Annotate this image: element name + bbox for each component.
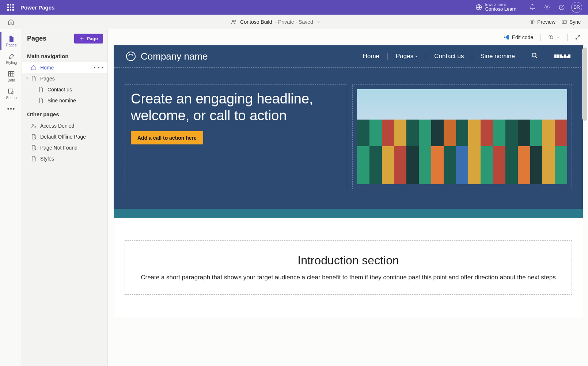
eye-icon bbox=[529, 19, 535, 25]
svg-point-14 bbox=[532, 53, 536, 57]
nav-link-contact[interactable]: Contact us bbox=[426, 53, 472, 60]
site-title-block[interactable]: Contoso Build - Private - Saved bbox=[22, 19, 529, 25]
gear-icon bbox=[544, 4, 550, 11]
hero-section[interactable]: Create an engaging headline, welcome, or… bbox=[114, 67, 583, 209]
nav-search-button[interactable] bbox=[523, 52, 546, 60]
environment-icon bbox=[475, 4, 482, 11]
tree-item-offline-page[interactable]: Default Offline Page bbox=[22, 131, 107, 142]
gear-small-icon bbox=[8, 88, 15, 95]
hero-headline[interactable]: Create an engaging headline, welcome, or… bbox=[131, 91, 341, 124]
access-denied-icon bbox=[31, 123, 37, 129]
divider bbox=[567, 34, 568, 41]
help-button[interactable] bbox=[554, 0, 569, 15]
tree-item-pages[interactable]: Pages bbox=[22, 73, 107, 84]
ellipsis-icon: ••• bbox=[7, 106, 16, 112]
canvas-toolbar: Edit code bbox=[108, 29, 588, 45]
cta-button[interactable]: Add a call to action here bbox=[131, 131, 203, 144]
sync-button[interactable]: Sync bbox=[561, 19, 581, 25]
section-main-nav-title: Main navigation bbox=[22, 48, 107, 62]
sub-header: Contoso Build - Private - Saved Preview … bbox=[0, 15, 588, 29]
user-avatar[interactable]: DR bbox=[571, 2, 582, 13]
add-page-button[interactable]: Page bbox=[74, 34, 103, 44]
site-preview: Company name Home Pages Contact us Sine … bbox=[114, 45, 583, 317]
left-rail: Pages Styling Data Set up ••• bbox=[0, 29, 22, 366]
divider bbox=[540, 34, 541, 41]
site-status: - Private - Saved bbox=[275, 19, 313, 25]
hero-placeholder-image[interactable] bbox=[357, 89, 567, 184]
app-name: Power Pages bbox=[20, 4, 54, 11]
chevron-down-icon bbox=[316, 20, 320, 24]
edit-code-button[interactable]: Edit code bbox=[501, 33, 535, 42]
site-nav: Company name Home Pages Contact us Sine … bbox=[114, 45, 583, 67]
table-icon bbox=[8, 70, 15, 78]
people-icon bbox=[231, 19, 237, 25]
tree-item-access-denied[interactable]: Access Denied bbox=[22, 120, 107, 131]
tree-item-contact-us[interactable]: Contact us bbox=[22, 84, 107, 95]
main-nav-tree: Home • • • Pages Contact us Sine nomine bbox=[22, 62, 107, 106]
tree-item-sine-nomine[interactable]: Sine nomine bbox=[22, 95, 107, 106]
page-icon bbox=[8, 35, 15, 42]
intro-box[interactable]: Introduction section Create a short para… bbox=[125, 240, 572, 295]
sync-icon bbox=[561, 19, 567, 25]
section-other-title: Other pages bbox=[22, 106, 107, 120]
tree-item-styles[interactable]: Styles bbox=[22, 153, 107, 164]
nav-link-sine[interactable]: Sine nomine bbox=[472, 53, 523, 60]
bell-icon bbox=[529, 4, 536, 11]
zoom-icon bbox=[548, 34, 554, 40]
page-icon bbox=[31, 76, 37, 82]
rail-more[interactable]: ••• bbox=[0, 102, 22, 116]
pages-panel: Pages Page Main navigation Home • • • Pa… bbox=[22, 29, 108, 366]
tree-item-not-found[interactable]: Page Not Found bbox=[22, 142, 107, 153]
svg-point-4 bbox=[235, 20, 236, 22]
top-bar: Power Pages Environment Contoso Learn DR bbox=[0, 0, 588, 15]
settings-button[interactable] bbox=[540, 0, 554, 15]
preview-button[interactable]: Preview bbox=[529, 19, 555, 25]
company-name[interactable]: Company name bbox=[141, 51, 208, 62]
zoom-button[interactable] bbox=[546, 33, 562, 42]
intro-body[interactable]: Create a short paragraph that shows your… bbox=[140, 274, 557, 281]
canvas: Edit code Company name Home bbox=[108, 29, 588, 366]
rail-data[interactable]: Data bbox=[0, 67, 22, 85]
environment-picker[interactable]: Environment Contoso Learn bbox=[475, 3, 516, 12]
brush-icon bbox=[8, 53, 15, 60]
intro-section[interactable]: Introduction section Create a short para… bbox=[114, 218, 583, 317]
page-icon bbox=[31, 156, 37, 162]
expand-icon bbox=[575, 34, 581, 40]
preview-scroll[interactable]: Company name Home Pages Contact us Sine … bbox=[108, 45, 588, 366]
notifications-button[interactable] bbox=[525, 0, 540, 15]
tree-item-home[interactable]: Home • • • bbox=[22, 62, 107, 73]
site-logo-icon[interactable] bbox=[126, 52, 136, 61]
svg-point-5 bbox=[531, 21, 533, 23]
home-icon bbox=[31, 65, 37, 71]
hero-text-column[interactable]: Create an engaging headline, welcome, or… bbox=[125, 84, 347, 189]
svg-point-1 bbox=[546, 7, 548, 8]
rail-styling[interactable]: Styling bbox=[0, 50, 22, 67]
home-icon bbox=[8, 19, 14, 25]
environment-label: Environment bbox=[485, 3, 516, 7]
site-name: Contoso Build bbox=[240, 19, 272, 25]
caret-down-icon bbox=[415, 55, 418, 58]
page-warn-icon bbox=[31, 134, 37, 140]
hero-image-column[interactable] bbox=[352, 84, 572, 189]
vertical-scrollbar[interactable] bbox=[582, 48, 587, 121]
search-icon bbox=[531, 52, 538, 59]
nav-link-home[interactable]: Home bbox=[355, 53, 388, 60]
vscode-icon bbox=[503, 34, 510, 41]
chevron-right-icon[interactable] bbox=[25, 76, 30, 82]
nav-decorative-blocks bbox=[546, 54, 570, 58]
plus-icon bbox=[79, 36, 84, 41]
rail-pages[interactable]: Pages bbox=[0, 32, 22, 50]
page-icon bbox=[38, 87, 44, 93]
svg-rect-6 bbox=[562, 20, 566, 23]
panel-title: Pages bbox=[27, 35, 46, 42]
nav-link-pages[interactable]: Pages bbox=[388, 53, 426, 60]
home-button[interactable] bbox=[0, 19, 22, 25]
svg-rect-8 bbox=[9, 89, 13, 93]
more-icon[interactable]: • • • bbox=[94, 65, 104, 71]
expand-button[interactable] bbox=[573, 33, 583, 42]
rail-setup[interactable]: Set up bbox=[0, 85, 22, 102]
app-launcher-icon[interactable] bbox=[7, 4, 14, 11]
svg-rect-7 bbox=[9, 71, 14, 76]
intro-title[interactable]: Introduction section bbox=[140, 254, 557, 267]
page-icon bbox=[38, 98, 44, 103]
